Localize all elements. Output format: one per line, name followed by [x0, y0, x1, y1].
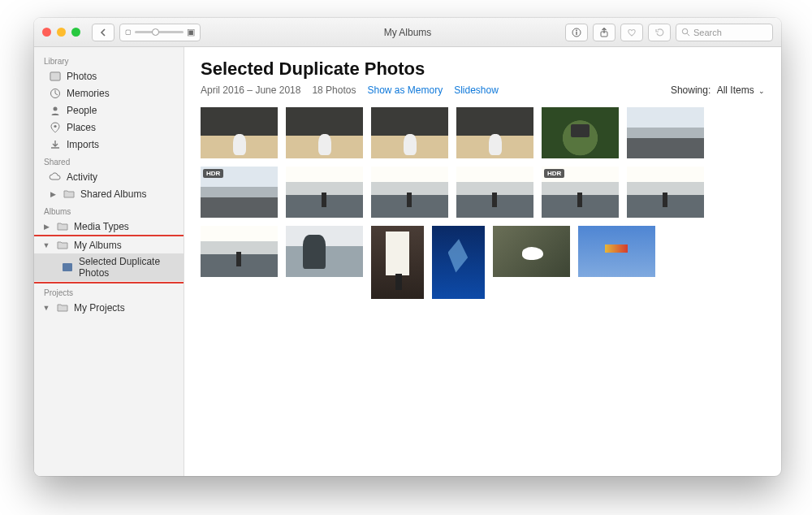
sidebar-item-my-albums[interactable]: ▼ My Albums — [34, 236, 184, 253]
share-icon — [599, 28, 609, 37]
chevron-down-icon: ⌄ — [758, 87, 765, 95]
sidebar-item-people[interactable]: People — [34, 102, 184, 119]
zoom-slider[interactable] — [135, 31, 184, 33]
sidebar-item-label: My Albums — [74, 240, 122, 251]
sidebar-item-label: Media Types — [74, 221, 129, 232]
sidebar-item-imports[interactable]: Imports — [34, 136, 184, 153]
showing-filter[interactable]: Showing: All Items ⌄ — [671, 84, 765, 96]
search-placeholder: Search — [693, 28, 722, 37]
hdr-badge: HDR — [544, 169, 564, 178]
thumb-small-icon: ▢ — [125, 28, 132, 36]
folder-icon — [56, 301, 68, 314]
sidebar-item-label: Photos — [67, 71, 97, 82]
heart-icon — [627, 28, 637, 37]
photo-thumbnail[interactable] — [432, 226, 485, 299]
photo-thumbnail[interactable] — [456, 107, 533, 158]
page-title: Selected Duplicate Photos — [201, 58, 765, 80]
date-range: April 2016 – June 2018 — [201, 84, 300, 96]
share-button[interactable] — [593, 24, 615, 41]
sidebar-section-albums: Albums — [34, 202, 184, 218]
rotate-button[interactable] — [648, 24, 671, 41]
back-button[interactable] — [92, 24, 114, 41]
minimize-window-button[interactable] — [57, 28, 66, 37]
photo-thumbnail[interactable] — [286, 167, 363, 218]
photo-thumbnail[interactable] — [371, 107, 448, 158]
showing-label: Showing: — [671, 84, 710, 96]
photo-thumbnail[interactable] — [371, 226, 424, 299]
photo-thumbnail[interactable] — [542, 107, 619, 158]
chevron-left-icon — [100, 28, 106, 37]
show-as-memory-link[interactable]: Show as Memory — [367, 84, 443, 96]
photo-thumbnail[interactable] — [456, 167, 533, 218]
people-icon — [49, 104, 61, 116]
meta-row: April 2016 – June 2018 18 Photos Show as… — [201, 84, 765, 96]
places-icon — [49, 121, 61, 133]
sidebar-item-shared-albums[interactable]: ▶ Shared Albums — [34, 185, 184, 202]
titlebar: ▢ ▣ My Albums Search — [34, 18, 781, 47]
thumb-large-icon: ▣ — [187, 27, 195, 37]
sidebar-item-label: Memories — [67, 88, 110, 99]
callout-highlight: ▼ My Albums Selected Duplicate Photos — [34, 235, 184, 283]
sidebar-item-activity[interactable]: Activity — [34, 168, 184, 185]
favorite-button[interactable] — [620, 24, 643, 41]
photo-thumbnail[interactable]: HDR — [542, 167, 619, 218]
photo-thumbnail[interactable]: HDR — [201, 167, 278, 218]
sidebar-section-projects: Projects — [34, 283, 184, 299]
zoom-control[interactable]: ▢ ▣ — [119, 24, 201, 41]
slideshow-link[interactable]: Slideshow — [454, 84, 499, 96]
chevron-down-icon: ▼ — [42, 304, 50, 312]
rotate-icon — [654, 28, 664, 37]
search-field[interactable]: Search — [676, 24, 773, 41]
memories-icon — [49, 87, 61, 99]
sidebar-section-shared: Shared — [34, 153, 184, 168]
sidebar-item-places[interactable]: Places — [34, 119, 184, 136]
sidebar-item-media-types[interactable]: ▶ Media Types — [34, 218, 184, 235]
info-button[interactable] — [565, 24, 588, 41]
sidebar-item-label: Shared Albums — [80, 188, 146, 200]
sidebar-item-label: Imports — [67, 139, 99, 150]
showing-value: All Items — [717, 84, 754, 96]
sidebar-section-library: Library — [34, 52, 184, 67]
photo-thumbnail[interactable] — [627, 167, 704, 218]
hdr-badge: HDR — [203, 169, 223, 178]
photo-thumbnail[interactable] — [286, 107, 363, 158]
photo-thumbnail[interactable] — [578, 226, 655, 277]
sidebar-item-label: People — [67, 105, 97, 116]
search-icon — [681, 28, 690, 37]
sidebar-item-label: Places — [67, 122, 96, 133]
svg-rect-2 — [576, 32, 577, 35]
folder-icon — [63, 188, 75, 200]
sidebar-item-label: Activity — [67, 171, 97, 183]
album-icon — [62, 262, 73, 274]
svg-rect-10 — [63, 263, 72, 271]
chevron-right-icon: ▶ — [42, 223, 50, 231]
svg-point-9 — [54, 124, 56, 127]
cloud-icon — [49, 171, 61, 183]
folder-icon — [56, 220, 68, 232]
svg-rect-6 — [51, 73, 59, 80]
chevron-right-icon: ▶ — [49, 190, 57, 198]
svg-point-1 — [576, 29, 577, 31]
photo-thumbnail[interactable] — [627, 107, 704, 158]
sidebar-item-memories[interactable]: Memories — [34, 84, 184, 102]
photo-thumbnail[interactable] — [371, 167, 448, 218]
close-window-button[interactable] — [42, 28, 51, 37]
main-content: Selected Duplicate Photos April 2016 – J… — [184, 47, 781, 476]
sidebar-item-my-projects[interactable]: ▼ My Projects — [34, 299, 184, 316]
photo-grid: HDRHDR — [201, 107, 765, 299]
sidebar: Library Photos Memories People Places Im… — [34, 47, 184, 476]
photos-icon — [49, 70, 61, 82]
photo-thumbnail[interactable] — [201, 226, 278, 277]
window-controls — [42, 28, 80, 37]
svg-point-8 — [53, 106, 57, 110]
zoom-window-button[interactable] — [71, 28, 80, 37]
sidebar-item-photos[interactable]: Photos — [34, 67, 184, 84]
photo-count: 18 Photos — [312, 84, 356, 96]
photo-thumbnail[interactable] — [493, 226, 570, 277]
folder-icon — [56, 239, 68, 251]
sidebar-item-label: My Projects — [74, 302, 125, 314]
app-window: ▢ ▣ My Albums Search — [34, 18, 781, 476]
sidebar-item-selected-duplicate-photos[interactable]: Selected Duplicate Photos — [34, 253, 184, 281]
photo-thumbnail[interactable] — [201, 107, 278, 158]
photo-thumbnail[interactable] — [286, 226, 363, 277]
